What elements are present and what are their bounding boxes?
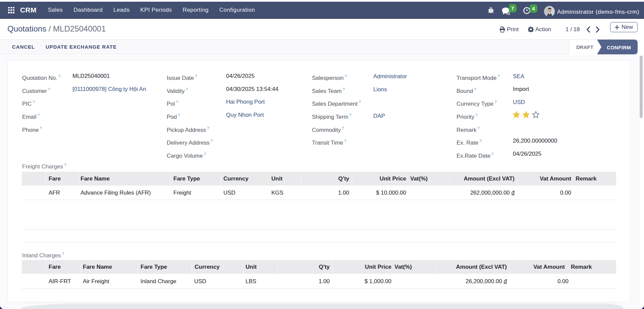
svg-text:CONFIRM: CONFIRM (607, 45, 631, 50)
